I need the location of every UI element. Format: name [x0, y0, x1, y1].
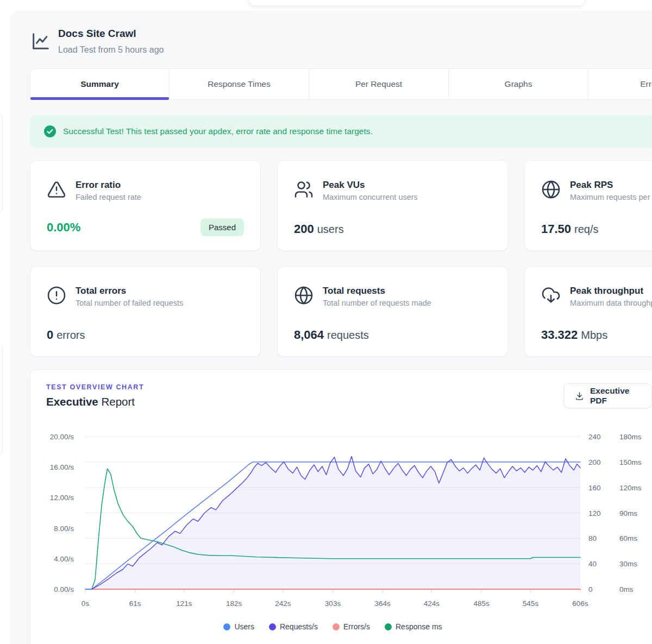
stat-cards: Error ratio Failed request rate 0.00% Pa…	[30, 160, 652, 357]
card-value: 0.00%	[47, 220, 80, 235]
card-error-ratio: Error ratio Failed request rate 0.00% Pa…	[30, 160, 261, 251]
legend-label: Requests/s	[280, 622, 318, 631]
card-subtitle: Maximum concurrent users	[323, 193, 418, 201]
banner-message: Successful Test! This test passed your a…	[63, 127, 373, 136]
tab-label: Response Times	[208, 79, 270, 89]
warning-triangle-icon	[47, 180, 66, 199]
card-title: Total requests	[323, 285, 431, 296]
card-value: 17.50req/s	[541, 222, 599, 236]
legend-item-requests-s[interactable]: Requests/s	[269, 622, 318, 631]
line-chart-icon	[30, 30, 52, 52]
users-icon	[294, 180, 314, 199]
tab-graphs[interactable]: Graphs	[449, 68, 588, 100]
card-total-errors: Total errors Total number of failed requ…	[30, 266, 261, 357]
card-title: Peak VUs	[323, 179, 418, 191]
success-banner: Successful Test! This test passed your a…	[30, 115, 652, 148]
legend-dot	[223, 623, 230, 630]
tab-label: Per Request	[355, 79, 402, 89]
legend-dot	[333, 623, 340, 630]
tab-per-request[interactable]: Per Request	[309, 68, 449, 100]
legend-dot	[269, 623, 276, 630]
page-title: Docs Site Crawl	[58, 28, 136, 40]
card-peak-rps: Peak RPS Maximum requests per second 17.…	[524, 160, 652, 251]
tab-response-times[interactable]: Response Times	[170, 68, 309, 100]
passed-badge: Passed	[200, 218, 244, 236]
page: Docs Site Crawl Load Test from 5 hours a…	[0, 0, 652, 644]
legend-item-users[interactable]: Users	[223, 622, 254, 631]
card-value: 33.322Mbps	[541, 328, 607, 342]
cloud-download-icon	[541, 286, 561, 305]
globe-icon	[294, 286, 314, 305]
card-subtitle: Failed request rate	[76, 193, 141, 201]
card-subtitle: Maximum requests per second	[570, 193, 652, 201]
card-title: Total errors	[76, 285, 183, 296]
legend-item-errors-s[interactable]: Errors/s	[333, 622, 370, 631]
tab-errors-0[interactable]: Errors (0)	[588, 68, 652, 100]
legend-label: Response ms	[396, 622, 442, 631]
legend-item-response-ms[interactable]: Response ms	[385, 622, 442, 631]
legend-label: Users	[234, 622, 254, 631]
chart-title: Executive Report	[46, 395, 135, 408]
page-subtitle: Load Test from 5 hours ago	[58, 45, 164, 55]
card-total-requests: Total requests Total number of requests …	[277, 266, 508, 357]
legend-label: Errors/s	[343, 622, 370, 631]
chart-plot	[85, 437, 580, 595]
chart-legend: UsersRequests/sErrors/sResponse ms	[85, 622, 580, 631]
download-icon	[575, 392, 584, 401]
tab-label: Errors (0)	[640, 79, 652, 89]
tabs: SummaryResponse TimesPer RequestGraphsEr…	[30, 68, 652, 100]
executive-pdf-button[interactable]: Executive PDF	[563, 383, 652, 408]
check-circle-icon	[44, 125, 56, 137]
tab-label: Summary	[80, 79, 119, 89]
chart-eyebrow: TEST OVERVIEW CHART	[46, 383, 144, 391]
card-title: Peak throughput	[570, 285, 652, 296]
card-peak-throughput: Peak throughput Maximum data throughput …	[524, 266, 652, 357]
card-value: 8,064requests	[294, 328, 369, 342]
tab-summary[interactable]: Summary	[30, 68, 170, 100]
legend-dot	[385, 623, 392, 630]
alert-circle-icon	[47, 286, 66, 305]
offscreen-card-fragment	[0, 341, 3, 456]
card-subtitle: Maximum data throughput	[570, 299, 652, 307]
card-value: 0errors	[47, 328, 85, 342]
floating-toolbar-edge	[249, 0, 585, 5]
card-peak-vus: Peak VUs Maximum concurrent users 200use…	[277, 160, 508, 251]
card-subtitle: Total number of failed requests	[76, 299, 183, 307]
offscreen-card-fragment	[0, 112, 3, 214]
pdf-button-label: Executive PDF	[590, 386, 641, 406]
card-value: 200users	[294, 222, 344, 236]
card-subtitle: Total number of requests made	[323, 299, 431, 307]
tab-label: Graphs	[505, 79, 532, 89]
card-title: Error ratio	[76, 179, 141, 191]
globe-icon	[541, 180, 561, 199]
card-title: Peak RPS	[570, 179, 652, 191]
